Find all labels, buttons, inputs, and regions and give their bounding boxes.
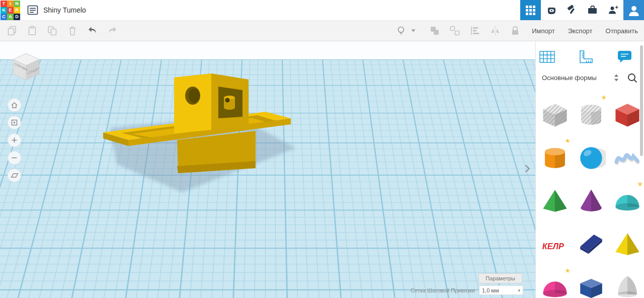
logo-tile: A bbox=[7, 14, 14, 20]
logo-tile: R bbox=[14, 7, 20, 14]
header-actions bbox=[520, 0, 644, 20]
new-shape-star-icon: ★ bbox=[637, 181, 643, 187]
my-designs-icon[interactable] bbox=[27, 5, 38, 16]
model-boat[interactable] bbox=[0, 41, 535, 298]
shape-roof[interactable] bbox=[539, 185, 571, 217]
parameters-button[interactable]: Параметры bbox=[478, 273, 522, 283]
logo-tile: D bbox=[14, 14, 20, 20]
snap-grid-value: 1,0 мм bbox=[482, 287, 499, 293]
view-nav-column bbox=[8, 98, 21, 182]
shape-pyramid[interactable] bbox=[611, 229, 643, 261]
shape-polygon[interactable] bbox=[575, 229, 607, 261]
dropdown-caret-icon[interactable] bbox=[409, 21, 418, 41]
viewport-3d[interactable]: СПРАВА СЗАДИ Пар bbox=[0, 41, 535, 298]
logo-tile: T bbox=[1, 1, 7, 7]
category-stepper-icon bbox=[614, 74, 619, 82]
snap-grid-row: Сетка Шаговой Привязки 1,0 мм ▾ bbox=[411, 285, 523, 295]
category-row: Основные формы bbox=[536, 67, 644, 84]
new-shape-star-icon: ★ bbox=[601, 94, 607, 101]
toolbar-arrange-group bbox=[393, 21, 525, 41]
undo-icon[interactable] bbox=[83, 21, 103, 41]
group-icon[interactable] bbox=[425, 21, 445, 41]
snap-caret-icon: ▾ bbox=[518, 288, 520, 293]
toolbar-actions: Импорт Экспорт Отправить bbox=[532, 21, 638, 41]
svg-text:КЕЛР: КЕЛР bbox=[542, 242, 564, 251]
header: TINKERCAD Shiny Tumelo bbox=[0, 0, 644, 20]
paste-icon[interactable] bbox=[22, 21, 42, 41]
search-icon[interactable] bbox=[627, 72, 638, 84]
home-icon[interactable] bbox=[8, 98, 21, 112]
toolbar: Импорт Экспорт Отправить bbox=[0, 20, 644, 41]
panel-tools bbox=[536, 41, 644, 67]
duplicate-icon[interactable] bbox=[42, 21, 62, 41]
mirror-icon[interactable] bbox=[485, 21, 505, 41]
shape-round-roof[interactable]: ★ bbox=[611, 185, 643, 217]
perspective-icon[interactable] bbox=[8, 169, 21, 182]
shape-box[interactable] bbox=[611, 99, 643, 131]
shape-cylinder[interactable]: ★ bbox=[539, 142, 571, 174]
shape-scribble[interactable] bbox=[611, 142, 643, 174]
design-title[interactable]: Shiny Tumelo bbox=[43, 6, 86, 14]
copy-icon[interactable] bbox=[2, 21, 22, 41]
avatar[interactable] bbox=[623, 0, 644, 20]
tinkercad-logo[interactable]: TINKERCAD bbox=[1, 1, 20, 20]
align-icon[interactable] bbox=[465, 21, 485, 41]
toolbar-edit-group bbox=[2, 21, 123, 41]
logo-tile: E bbox=[7, 7, 14, 14]
fit-view-icon[interactable] bbox=[8, 116, 21, 129]
shape-cone[interactable] bbox=[575, 185, 607, 217]
shapes-panel: Основные формы ★★★КЕЛР★ bbox=[535, 41, 644, 298]
shape-sphere[interactable] bbox=[575, 142, 607, 174]
shape-half-sphere[interactable]: ★ bbox=[539, 272, 571, 298]
shape-box-hole[interactable] bbox=[539, 99, 571, 131]
lock-icon[interactable] bbox=[505, 21, 525, 41]
zoom-in-icon[interactable] bbox=[8, 133, 21, 147]
view-cube[interactable]: СПРАВА СЗАДИ bbox=[8, 48, 44, 87]
export-button[interactable]: Экспорт bbox=[568, 27, 593, 35]
import-button[interactable]: Импорт bbox=[532, 27, 554, 35]
redo-icon[interactable] bbox=[103, 21, 123, 41]
ruler-icon[interactable] bbox=[578, 49, 594, 65]
shape-category-select[interactable]: Основные формы bbox=[539, 71, 622, 84]
send-button[interactable]: Отправить bbox=[606, 27, 638, 35]
logo-tile: C bbox=[1, 14, 7, 20]
hammer-icon[interactable] bbox=[561, 0, 582, 20]
snap-grid-label: Сетка Шаговой Привязки bbox=[411, 287, 475, 293]
shape-paraboloid[interactable] bbox=[611, 272, 643, 298]
new-shape-star-icon: ★ bbox=[565, 137, 571, 144]
notes-icon[interactable] bbox=[616, 49, 633, 64]
panel-collapse-chevron-icon[interactable] bbox=[524, 164, 530, 175]
apps-grid-icon[interactable] bbox=[520, 0, 541, 20]
tinkercad-app: TINKERCAD Shiny Tumelo bbox=[0, 0, 644, 298]
shape-text[interactable]: КЕЛР bbox=[539, 229, 571, 261]
invite-icon[interactable] bbox=[603, 0, 623, 20]
briefcase-icon[interactable] bbox=[582, 0, 603, 20]
shapes-grid: ★★★КЕЛР★ bbox=[539, 99, 643, 298]
show-all-icon[interactable] bbox=[393, 21, 409, 41]
shape-prism[interactable] bbox=[575, 272, 607, 298]
shape-category-value: Основные формы bbox=[542, 74, 597, 82]
panel-scrollbar[interactable] bbox=[640, 45, 643, 156]
logo-tile: I bbox=[7, 1, 14, 7]
workplane-icon[interactable] bbox=[539, 49, 556, 64]
snap-grid-select[interactable]: 1,0 мм ▾ bbox=[479, 285, 523, 295]
ungroup-icon[interactable] bbox=[445, 21, 465, 41]
logo-tile: N bbox=[14, 1, 20, 7]
zoom-out-icon[interactable] bbox=[8, 151, 21, 165]
logo-tile: K bbox=[1, 7, 7, 14]
shape-cylinder-hole[interactable]: ★ bbox=[575, 99, 607, 131]
delete-icon[interactable] bbox=[62, 21, 83, 41]
hand-eye-icon[interactable] bbox=[541, 0, 561, 20]
new-shape-star-icon: ★ bbox=[565, 267, 571, 274]
